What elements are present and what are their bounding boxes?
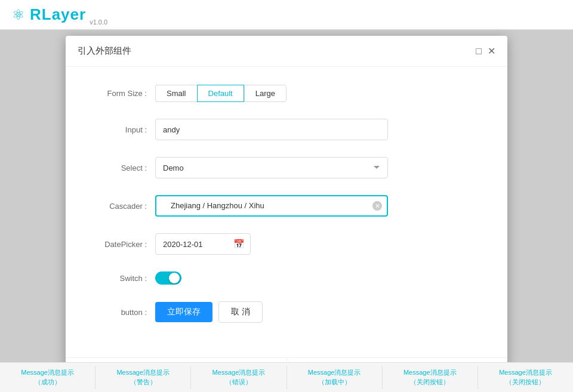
save-primary-button[interactable]: 立即保存 [155,302,212,322]
message-bar: Message消息提示 （成功） Message消息提示 （警告） Messag… [0,362,573,392]
input-label: Input : [90,125,155,134]
logo-icon: ⚛ [12,7,25,23]
input-row: Input : [90,119,483,140]
modal-overlay: 引入外部组件 □ ✕ Form Size : Small Default Lar… [0,30,573,362]
cascader-wrapper: Zhejiang / Hangzhou / Xihu ✕ [155,195,388,217]
top-bar: ⚛ RLayer v1.0.0 [0,0,573,30]
message-line1-3: Message消息提示 [289,368,380,377]
logo-version: v1.0.0 [90,18,107,26]
modal-header-actions: □ ✕ [476,47,495,56]
datepicker-wrapper: 📅 [155,233,251,255]
background-area: 引入外部组件 □ ✕ Form Size : Small Default Lar… [0,30,573,392]
message-line1-4: Message消息提示 [385,368,475,377]
switch-label: Switch : [90,274,155,283]
cascader-clear-icon[interactable]: ✕ [372,201,382,211]
cancel-button[interactable]: 取 消 [218,301,263,323]
message-line1-0: Message消息提示 [2,368,93,377]
select-row: Select : Demo [90,157,483,178]
switch-row: Switch : [90,271,483,285]
switch-thumb [169,273,180,283]
message-line1-2: Message消息提示 [193,368,284,377]
switch-toggle[interactable] [155,271,181,285]
modal-title: 引入外部组件 [78,45,131,57]
form-size-row: Form Size : Small Default Large [90,85,483,102]
message-item-5[interactable]: Message消息提示 （关闭按钮） [478,366,573,389]
message-line2-4: （关闭按钮） [385,378,475,387]
modal-header: 引入外部组件 □ ✕ [66,36,507,67]
message-line1-1: Message消息提示 [98,368,188,377]
message-line1-5: Message消息提示 [480,368,571,377]
message-line2-1: （警告） [98,378,188,387]
size-small-button[interactable]: Small [155,85,197,102]
cascader-value: Zhejiang / Hangzhou / Xihu [164,196,272,216]
select-field[interactable]: Demo [155,157,388,178]
modal-dialog: 引入外部组件 □ ✕ Form Size : Small Default Lar… [66,36,507,390]
size-large-button[interactable]: Large [244,85,286,102]
message-item-4[interactable]: Message消息提示 （关闭按钮） [383,366,478,389]
message-item-3[interactable]: Message消息提示 （加载中） [287,366,383,389]
message-line2-5: （关闭按钮） [480,378,571,387]
logo-text: RLayer [30,5,86,24]
message-line2-3: （加载中） [289,378,380,387]
button-label: button : [90,308,155,317]
size-default-button[interactable]: Default [197,85,244,102]
message-line2-0: （成功） [2,378,93,387]
cascader-row: Cascader : Zhejiang / Hangzhou / Xihu ✕ [90,195,483,217]
message-item-0[interactable]: Message消息提示 （成功） [0,366,96,389]
form-size-buttons: Small Default Large [155,85,286,102]
maximize-icon[interactable]: □ [476,47,482,56]
button-row: button : 立即保存 取 消 [90,301,483,323]
modal-body: Form Size : Small Default Large Input : … [66,67,507,357]
form-size-label: Form Size : [90,89,155,98]
datepicker-label: DatePicker : [90,240,155,249]
calendar-icon: 📅 [233,239,245,249]
message-item-2[interactable]: Message消息提示 （错误） [191,366,286,389]
cascader-label: Cascader : [90,202,155,211]
cascader-field[interactable]: Zhejiang / Hangzhou / Xihu [155,195,388,217]
input-field[interactable] [155,119,388,140]
datepicker-row: DatePicker : 📅 [90,233,483,255]
message-line2-2: （错误） [193,378,284,387]
close-icon[interactable]: ✕ [488,47,495,56]
select-label: Select : [90,163,155,172]
message-item-1[interactable]: Message消息提示 （警告） [96,366,191,389]
